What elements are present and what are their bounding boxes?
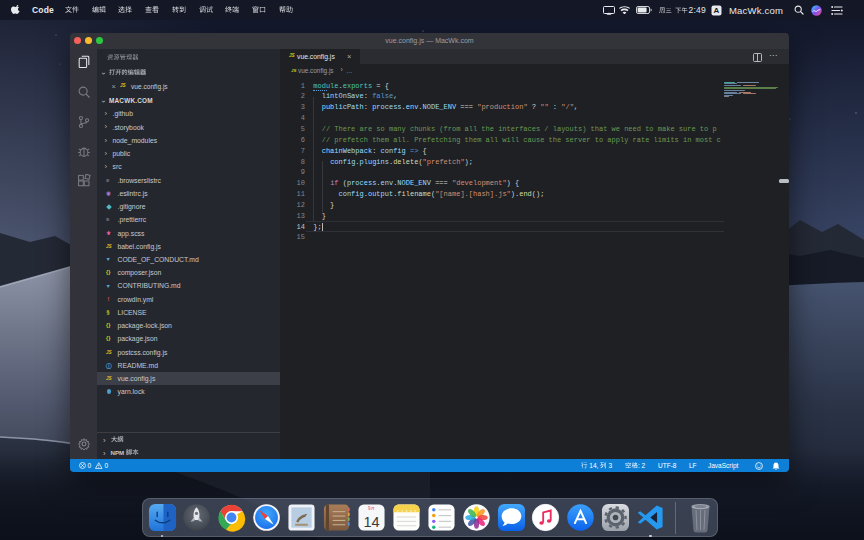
svg-text:14: 14 [363,514,379,530]
svg-text:9月: 9月 [368,506,375,511]
svg-text:A: A [714,6,720,15]
